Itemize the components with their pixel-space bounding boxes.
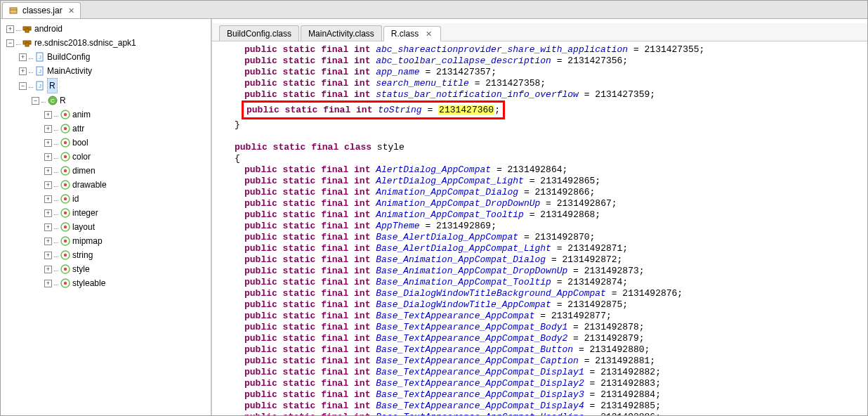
code-line: public static final int Base_TextAppeara… [221,367,867,378]
svg-point-39 [64,268,67,271]
close-icon[interactable]: ✕ [424,30,433,39]
code-line: public static final int Base_TextAppeara… [221,389,867,401]
tree-node-label[interactable]: bool [72,136,88,150]
package-tree-sidebar: +android−re.sdnisc2018.sdnisc_apk1+JBuil… [1,19,211,415]
editor-tab-label: BuildConfig.class [227,29,291,39]
tree-expander[interactable]: + [19,53,27,61]
code-pane[interactable]: public static final int abc_shareactionp… [212,41,867,415]
editor-tab-label: R.class [391,29,419,39]
tree-expander[interactable]: + [44,125,52,133]
tree-expander[interactable]: + [44,195,52,203]
svg-text:C: C [51,98,55,104]
tree-expander[interactable]: + [44,238,52,245]
code-line: public static final int Base_TextAppeara… [221,322,867,333]
code-brace-close: } [221,119,867,131]
tree-expander[interactable]: + [44,209,52,217]
code-line: public static final int AlertDialog_AppC… [221,164,867,176]
code-line: public static final int Base_AlertDialog… [221,243,867,254]
tree-node-label[interactable]: R [47,78,58,93]
java-icon: J [35,52,45,62]
inner-icon [60,250,70,260]
tree-expander[interactable]: + [44,266,52,273]
code-line: public static final int search_menu_titl… [221,78,867,89]
tree-node-label[interactable]: style [72,262,90,276]
tree-node-label[interactable]: styleable [72,276,105,290]
code-line: public static final int Base_DialogWindo… [221,288,867,299]
editor-tab-label: MainActivity.class [308,29,374,39]
inner-icon [60,264,70,274]
tree-node-label[interactable]: mipmap [72,234,103,248]
tree-expander[interactable]: + [44,139,52,147]
svg-rect-0 [10,8,17,13]
package-icon [22,38,32,48]
tree-expander[interactable]: + [44,111,52,119]
editor-tabs: BuildConfig.classMainActivity.classR.cla… [212,23,867,41]
inner-icon [60,152,70,162]
tree-node-label[interactable]: R [60,93,66,108]
tree-node-label[interactable]: integer [72,206,98,220]
tree-expander[interactable]: + [44,223,52,231]
tree-expander[interactable]: − [19,82,27,90]
tree-expander[interactable]: − [32,97,39,105]
tree-expander[interactable]: + [44,181,52,189]
app-window: classes.jar ✕ +android−re.sdnisc2018.sdn… [0,0,868,416]
editor-tab[interactable]: MainActivity.class [301,25,382,41]
svg-text:J: J [39,83,41,89]
tree-expander[interactable]: + [44,153,52,161]
code-line: public static final int Base_TextAppeara… [221,378,867,389]
code-line: public static final int Base_AlertDialog… [221,232,867,243]
code-line-highlighted: public static final int toString = 21314… [221,100,867,119]
svg-text:J: J [39,68,41,74]
tree-expander[interactable]: + [44,167,52,175]
tree-expander[interactable]: − [6,39,14,47]
inner-icon [60,110,70,119]
tree-node-label[interactable]: android [34,22,63,36]
code-line: public static final int Animation_AppCom… [221,187,867,198]
code-line: public static final int Animation_AppCom… [221,198,867,209]
inner-icon [60,222,70,232]
inner-icon [60,236,70,246]
editor-tab[interactable]: BuildConfig.class [219,25,299,41]
tree-expander[interactable]: + [44,280,52,287]
code-line: public static final int Base_TextAppeara… [221,333,867,344]
tree-node-label[interactable]: layout [72,220,95,234]
tree-node-label[interactable]: string [72,248,93,262]
code-content: public static final int abc_shareactionp… [212,41,867,415]
top-tab-classes-jar[interactable]: classes.jar ✕ [2,2,81,18]
tree-expander[interactable]: + [19,67,27,75]
tree-expander[interactable]: + [44,252,52,259]
tree-node-label[interactable]: dimen [72,164,96,178]
svg-point-27 [64,183,67,186]
tree-node-label[interactable]: BuildConfig [47,50,90,64]
tree-node-label[interactable]: MainActivity [47,64,92,78]
code-line: public static final int abc_toolbar_coll… [221,56,867,67]
package-icon [22,24,32,34]
svg-point-31 [64,212,67,214]
editor-tab[interactable]: R.class✕ [383,26,441,41]
code-blank [221,131,867,142]
inner-icon [60,278,70,288]
svg-point-23 [64,155,67,158]
svg-point-33 [64,226,67,228]
svg-point-17 [64,113,67,116]
tree-node-label[interactable]: re.sdnisc2018.sdnisc_apk1 [34,36,136,50]
svg-point-37 [64,254,67,256]
svg-text:J: J [39,54,41,60]
jar-icon [8,6,18,15]
tree-expander[interactable]: + [6,25,14,33]
top-tab-bar: classes.jar ✕ [1,1,867,19]
code-line: public static final int AppTheme = 21314… [221,221,867,232]
code-class-decl: public static final class style [221,142,867,153]
svg-point-25 [64,169,67,172]
tree-node-label[interactable]: attr [72,122,84,136]
tree-node-label[interactable]: id [72,192,79,206]
tree-node-label[interactable]: drawable [72,178,107,192]
code-line: public static final int Base_TextAppeara… [221,311,867,322]
close-icon[interactable]: ✕ [67,6,76,15]
svg-point-19 [64,127,67,130]
tree-node-label[interactable]: color [72,150,91,164]
svg-rect-4 [25,29,29,32]
code-line: public static final int Base_Animation_A… [221,277,867,288]
tree-node-label[interactable]: anim [72,108,91,122]
tree-root: +android−re.sdnisc2018.sdnisc_apk1+JBuil… [5,22,211,290]
